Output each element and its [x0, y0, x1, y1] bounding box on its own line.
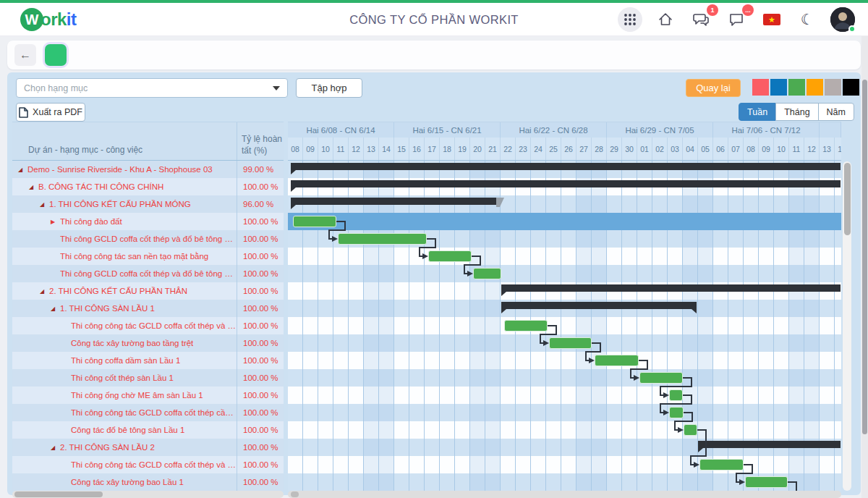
chart-hscrollbar-thumb[interactable]: [291, 491, 299, 497]
color-swatch-5[interactable]: [843, 79, 859, 96]
table-row[interactable]: ◢1. THI CÔNG SÀN LẦU 1100.00 %: [12, 300, 284, 317]
moon-icon: ☾: [801, 11, 814, 28]
tab-month[interactable]: Tháng: [775, 103, 818, 121]
day-header-cell: 05: [698, 138, 713, 161]
table-row[interactable]: Công tác xây tường bao Lầu 1100.00 %: [12, 473, 284, 491]
day-header-cell: 04: [683, 138, 698, 161]
table-hscrollbar-thumb[interactable]: [14, 491, 103, 497]
apps-grid-icon[interactable]: [618, 7, 642, 32]
task-bar[interactable]: [669, 389, 683, 401]
task-bar[interactable]: [293, 216, 336, 227]
task-name-cell: ◢B. CÔNG TÁC THI CÔNG CHÍNH: [12, 182, 237, 191]
week-header-cell: Hai 6/29 - CN 7/05: [607, 122, 713, 138]
tab-week[interactable]: Tuần: [739, 103, 776, 121]
chat-icon[interactable]: 1: [689, 7, 713, 32]
table-row[interactable]: ▶Thi công đào đất100.00 %: [12, 213, 284, 230]
gantt-grid: [288, 161, 841, 491]
summary-bar[interactable]: [291, 163, 841, 170]
table-row[interactable]: Thi công công tác san nền tạo mặt bằng10…: [12, 248, 284, 265]
table-row[interactable]: ◢Demo - Sunrise Riverside - Khu A - Shop…: [12, 161, 284, 178]
task-bar[interactable]: [595, 355, 639, 366]
summary-bar[interactable]: [501, 284, 841, 292]
summary-bar[interactable]: [501, 302, 697, 309]
task-percent-cell: 99.00 %: [237, 161, 284, 178]
apps-grid-glyph: [624, 13, 637, 26]
task-name: Thi công đào đất: [60, 217, 122, 226]
table-row[interactable]: Thi công GCLD coffa cốt thép và đổ bê tô…: [12, 230, 284, 248]
table-row[interactable]: Thi công công tác GCLD coffa cốt thép cầ…: [12, 404, 284, 421]
table-row[interactable]: ◢1. THI CÔNG KẾT CẤU PHẦN MÓNG96.00 %: [12, 195, 284, 213]
table-row[interactable]: ◢B. CÔNG TÁC THI CÔNG CHÍNH100.00 %: [12, 178, 284, 195]
active-module-tile[interactable]: [45, 44, 67, 66]
task-bar[interactable]: [473, 268, 501, 279]
category-select[interactable]: Chọn hạng mục: [16, 78, 288, 98]
table-row[interactable]: ◢2. THI CÔNG SÀN LẦU 2100.00 %: [12, 439, 284, 456]
tree-toggle-icon[interactable]: ▶: [51, 219, 60, 225]
tree-toggle-icon[interactable]: ◢: [29, 184, 38, 190]
day-header-cell: 09: [759, 138, 774, 161]
home-icon[interactable]: [653, 7, 678, 32]
task-table: Dự án - hạng mục - công việc Tỷ lệ hoàn …: [12, 122, 284, 498]
summary-bar[interactable]: [698, 441, 841, 448]
tree-toggle-icon[interactable]: ◢: [40, 201, 49, 208]
task-percent-cell: 100.00 %: [237, 387, 284, 404]
color-swatch-2[interactable]: [788, 79, 805, 96]
table-row[interactable]: Thi công công tác GCLD coffa cốt thép và…: [12, 317, 284, 334]
dark-mode-toggle[interactable]: ☾: [795, 7, 820, 32]
selected-row-highlight: [288, 213, 841, 230]
task-name: 1. THI CÔNG SÀN LẦU 1: [60, 304, 155, 313]
table-row[interactable]: Thi công ống chờ ME âm sàn Lầu 1100.00 %: [12, 387, 284, 404]
chat-glyph: [692, 12, 710, 28]
tree-toggle-icon[interactable]: ◢: [51, 444, 60, 451]
table-row[interactable]: Công tác đổ bê tông sàn Lầu 1100.00 %: [12, 421, 284, 439]
tree-toggle-icon[interactable]: ◢: [40, 288, 49, 295]
task-percent-cell: 96.00 %: [237, 195, 284, 213]
week-header-row: Hai 6/08 - CN 6/14Hai 6/15 - CN 6/21Hai …: [288, 122, 841, 138]
table-row[interactable]: Thi công công tác GCLD coffa cốt thép và…: [12, 456, 284, 473]
task-percent-cell: 100.00 %: [237, 334, 284, 352]
task-bar[interactable]: [428, 250, 472, 262]
task-bar[interactable]: [699, 459, 744, 470]
day-header-cell: 16: [409, 138, 425, 161]
tab-year[interactable]: Năm: [818, 103, 854, 121]
language-flag-vn[interactable]: ★: [760, 7, 784, 32]
task-percent-cell: 100.00 %: [237, 456, 284, 473]
messages-icon[interactable]: ...: [724, 7, 749, 32]
aggregate-button[interactable]: Tập hợp: [296, 78, 362, 98]
task-percent-cell: 100.00 %: [237, 300, 284, 317]
export-pdf-button[interactable]: Xuất ra PDF: [16, 103, 85, 122]
go-back-button[interactable]: Quay lại: [686, 79, 741, 97]
tree-toggle-icon[interactable]: ◢: [18, 166, 27, 173]
task-name: Công tác xây tường bao tầng trệt: [71, 339, 193, 347]
task-bar[interactable]: [684, 424, 697, 436]
table-row[interactable]: ◢2. THI CÔNG KẾT CẤU PHẦN THÂN100.00 %: [12, 282, 284, 300]
day-header-cell: 14: [835, 138, 841, 161]
task-percent-cell: 100.00 %: [237, 352, 284, 369]
day-header-cell: 08: [288, 138, 303, 161]
user-avatar[interactable]: [830, 7, 855, 32]
table-row[interactable]: Công tác xây tường bao tầng trệt100.00 %: [12, 334, 284, 352]
page-scrollbar-thumb[interactable]: [862, 80, 867, 434]
task-bar[interactable]: [745, 476, 788, 488]
summary-bar-right-end: [692, 309, 697, 313]
back-arrow-button[interactable]: ←: [14, 44, 36, 66]
task-bar[interactable]: [549, 337, 592, 349]
week-header-cell: Hai 6/22 - CN 6/28: [501, 122, 607, 138]
messages-badge: ...: [742, 4, 754, 16]
task-bar[interactable]: [639, 372, 683, 384]
chart-vscrollbar-thumb[interactable]: [844, 163, 851, 235]
task-name: Thi công công tác GCLD coffa cốt thép và…: [71, 321, 237, 330]
table-row[interactable]: Thi công cốt thép sàn Lầu 1100.00 %: [12, 369, 284, 387]
task-bar[interactable]: [504, 320, 548, 332]
color-swatch-0[interactable]: [752, 79, 769, 96]
tree-toggle-icon[interactable]: ◢: [51, 305, 60, 312]
task-bar[interactable]: [338, 233, 427, 245]
table-row[interactable]: Thi công coffa dầm sàn Lầu 1100.00 %: [12, 352, 284, 369]
color-swatch-4[interactable]: [825, 79, 841, 96]
color-swatch-1[interactable]: [770, 79, 787, 96]
table-row[interactable]: Thi công GCLD coffa cốt thép và đổ bê tô…: [12, 265, 284, 282]
color-swatch-3[interactable]: [807, 79, 823, 96]
task-bar[interactable]: [669, 407, 684, 418]
summary-bar[interactable]: [291, 180, 841, 187]
summary-bar[interactable]: [291, 198, 496, 205]
